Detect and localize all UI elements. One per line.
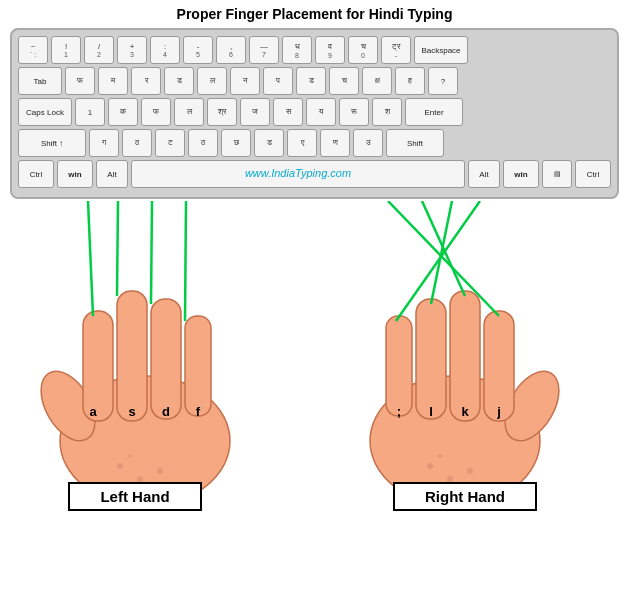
key-3[interactable]: +3 — [117, 36, 147, 64]
key-0[interactable]: च0 — [348, 36, 378, 64]
page-title: Proper Finger Placement for Hindi Typing — [0, 0, 629, 26]
svg-text:j: j — [496, 404, 501, 419]
keyboard-row-1: ~` : !1 /2 +3 :4 -5 ,6 —7 ध8 व9 च0 ट्र- … — [18, 36, 611, 64]
key-menu[interactable]: ▤ — [542, 160, 572, 188]
key-u[interactable]: प — [263, 67, 293, 95]
key-minus[interactable]: ट्र- — [381, 36, 411, 64]
svg-text:s: s — [128, 404, 135, 419]
key-bracket-l[interactable]: ह — [395, 67, 425, 95]
key-v[interactable]: ठ — [188, 129, 218, 157]
key-g[interactable]: श्र — [207, 98, 237, 126]
key-p[interactable]: क्ष — [362, 67, 392, 95]
key-e[interactable]: र — [131, 67, 161, 95]
key-f[interactable]: ल — [174, 98, 204, 126]
key-8[interactable]: ध8 — [282, 36, 312, 64]
key-5[interactable]: -5 — [183, 36, 213, 64]
key-l[interactable]: रू — [339, 98, 369, 126]
svg-point-24 — [427, 463, 433, 469]
key-space[interactable]: www.IndiaTyping.com — [131, 160, 465, 188]
key-caps-lock[interactable]: Caps Lock — [18, 98, 72, 126]
keyboard-row-5: Ctrl win Alt www.IndiaTyping.com Alt win… — [18, 160, 611, 188]
key-backtick[interactable]: ~` : — [18, 36, 48, 64]
key-z[interactable]: ग — [89, 129, 119, 157]
left-hand-label: Left Hand — [68, 482, 201, 511]
key-semicolon[interactable]: श — [372, 98, 402, 126]
svg-point-26 — [467, 468, 473, 474]
key-h[interactable]: ज — [240, 98, 270, 126]
key-1[interactable]: !1 — [51, 36, 81, 64]
svg-point-12 — [157, 468, 163, 474]
key-i[interactable]: ड — [296, 67, 326, 95]
keyboard-container: ~` : !1 /2 +3 :4 -5 ,6 —7 ध8 व9 च0 ट्र- … — [10, 28, 619, 199]
key-y[interactable]: न — [230, 67, 260, 95]
svg-rect-3 — [117, 291, 147, 421]
key-q[interactable]: फ — [65, 67, 95, 95]
svg-point-13 — [128, 454, 132, 458]
key-tab[interactable]: Tab — [18, 67, 62, 95]
svg-rect-4 — [151, 299, 181, 419]
svg-point-27 — [438, 454, 442, 458]
hands-lines-overlay: a s d f ; l k — [0, 201, 629, 511]
svg-point-10 — [117, 463, 123, 469]
svg-rect-16 — [386, 316, 412, 416]
svg-line-29 — [117, 201, 118, 296]
svg-rect-5 — [185, 316, 211, 416]
key-bracket-r[interactable]: ? — [428, 67, 458, 95]
key-o[interactable]: च — [329, 67, 359, 95]
key-d[interactable]: फ — [141, 98, 171, 126]
key-c[interactable]: ट — [155, 129, 185, 157]
key-n[interactable]: ड — [254, 129, 284, 157]
key-enter[interactable]: Enter — [405, 98, 463, 126]
right-hand-label: Right Hand — [393, 482, 537, 511]
key-backspace[interactable]: Backspace — [414, 36, 468, 64]
svg-line-32 — [388, 201, 499, 316]
key-k[interactable]: य — [306, 98, 336, 126]
key-win-left[interactable]: win — [57, 160, 93, 188]
key-alt-right[interactable]: Alt — [468, 160, 500, 188]
key-alt-left[interactable]: Alt — [96, 160, 128, 188]
svg-line-28 — [88, 201, 93, 316]
svg-rect-18 — [450, 291, 480, 421]
svg-line-30 — [151, 201, 152, 304]
key-2[interactable]: /2 — [84, 36, 114, 64]
key-m[interactable]: ए — [287, 129, 317, 157]
key-6[interactable]: ,6 — [216, 36, 246, 64]
key-w[interactable]: म — [98, 67, 128, 95]
svg-text:f: f — [196, 404, 201, 419]
keyboard-row-2: Tab फ म र ड ल न प ड च क्ष ह ? — [18, 67, 611, 95]
svg-text:l: l — [429, 404, 433, 419]
key-ctrl-left[interactable]: Ctrl — [18, 160, 54, 188]
key-x[interactable]: ठ — [122, 129, 152, 157]
key-comma[interactable]: ण — [320, 129, 350, 157]
key-b[interactable]: छ — [221, 129, 251, 157]
svg-text:k: k — [461, 404, 469, 419]
key-9[interactable]: व9 — [315, 36, 345, 64]
key-r[interactable]: ड — [164, 67, 194, 95]
key-a[interactable]: 1 — [75, 98, 105, 126]
key-shift-left[interactable]: Shift ↑ — [18, 129, 86, 157]
key-7[interactable]: —7 — [249, 36, 279, 64]
svg-line-34 — [431, 201, 452, 304]
keyboard-row-4: Shift ↑ ग ठ ट ठ छ ड ए ण उ Shift — [18, 129, 611, 157]
key-s[interactable]: क — [108, 98, 138, 126]
svg-text:;: ; — [397, 404, 401, 419]
key-ctrl-right[interactable]: Ctrl — [575, 160, 611, 188]
svg-rect-17 — [416, 299, 446, 419]
key-shift-right[interactable]: Shift — [386, 129, 444, 157]
svg-rect-2 — [83, 311, 113, 421]
key-period[interactable]: उ — [353, 129, 383, 157]
website-text: www.IndiaTyping.com — [245, 167, 351, 179]
keyboard-row-3: Caps Lock 1 क फ ल श्र ज स य रू श Enter — [18, 98, 611, 126]
key-win-right[interactable]: win — [503, 160, 539, 188]
svg-text:a: a — [89, 404, 97, 419]
svg-line-31 — [185, 201, 186, 321]
key-t[interactable]: ल — [197, 67, 227, 95]
key-j[interactable]: स — [273, 98, 303, 126]
key-4[interactable]: :4 — [150, 36, 180, 64]
svg-text:d: d — [162, 404, 170, 419]
